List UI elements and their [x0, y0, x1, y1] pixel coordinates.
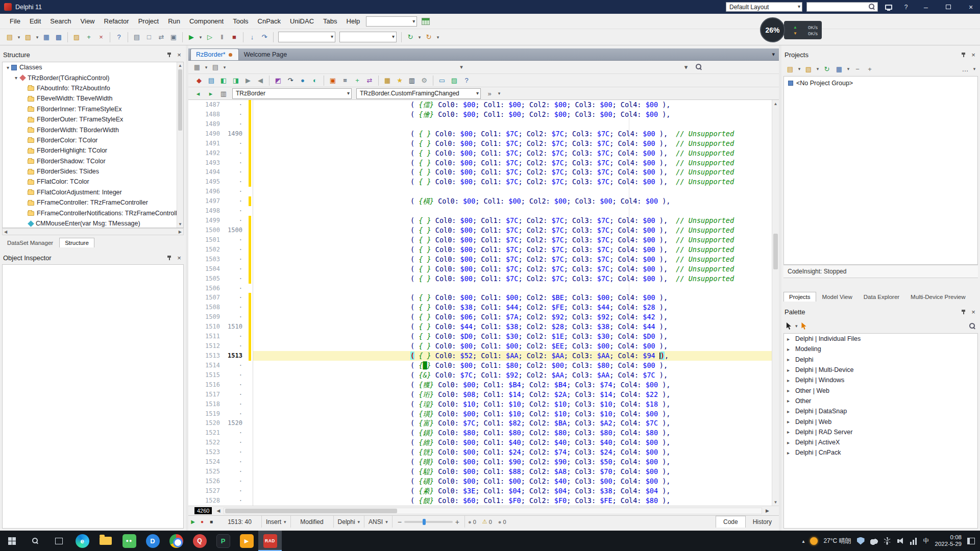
code-swap-icon[interactable]: ⇄ [364, 75, 375, 86]
pin-icon[interactable] [166, 52, 173, 58]
structure-node[interactable]: FBevelWidth: TBevelWidth [3, 93, 183, 104]
cnpack-main-icon[interactable]: ◆ [193, 75, 205, 86]
tab-multi-device-preview[interactable]: Multi-Device Preview [905, 292, 970, 302]
tab-data-explorer[interactable]: Data Explorer [859, 292, 904, 302]
code-line-1496[interactable]: 1496· [188, 187, 772, 196]
palette-category-other[interactable]: ▸Other [784, 396, 977, 406]
code-line-1493[interactable]: 1493·( { } Col0: $00; Col1: $7C; Col2: $… [188, 158, 772, 168]
code-line-1521[interactable]: 1521·( {鐄} Col0: $80; Col1: $80; Col2: $… [188, 428, 772, 438]
pin-icon[interactable] [961, 52, 967, 58]
chevron-down-icon[interactable]: ▾ [795, 323, 798, 329]
task-view-button[interactable] [47, 531, 70, 551]
code-line-1510[interactable]: 15101510( { } Col0: $44; Col1: $38; Col2… [188, 322, 772, 332]
menu-unidac[interactable]: UniDAC [285, 15, 318, 28]
code-line-1498[interactable]: 1498· [188, 206, 772, 216]
step-over-icon[interactable]: ↷ [259, 32, 270, 43]
code-line-1525[interactable]: 1525·( {騜} Col0: $00; Col1: $88; Col2: $… [188, 467, 772, 477]
insert-mode-selector[interactable]: Insert▾ [262, 516, 291, 528]
menu-search[interactable]: Search [45, 15, 76, 28]
maximize-button[interactable] [939, 0, 958, 14]
unit-jump-icon[interactable]: ▣ [327, 75, 338, 86]
secondary-pointer-icon[interactable] [801, 322, 807, 330]
new-project-icon[interactable]: ▤ [785, 63, 796, 74]
menubar-search-combo[interactable] [366, 16, 417, 27]
browse-forward-icon[interactable]: ▸ [205, 88, 216, 99]
layout-combo[interactable]: Default Layout [726, 2, 802, 12]
close-icon[interactable]: × [176, 254, 183, 262]
code-line-1487[interactable]: 1487·( {儅} Col0: $00; Col1: $00; Col2: $… [188, 100, 772, 110]
struct-view-icon[interactable]: ▨ [449, 75, 460, 86]
build-icon[interactable]: ↻ [423, 32, 434, 43]
expand-arrow-icon[interactable]: ▾ [13, 75, 19, 81]
structure-node[interactable]: FBorderShadow: TColor [3, 156, 183, 166]
structure-node[interactable]: FFlatColorAdjustment: Integer [3, 187, 183, 197]
view-form-icon[interactable]: □ [143, 32, 155, 43]
close-icon[interactable]: × [176, 51, 183, 59]
uses-organize-arrow-icon[interactable]: ▾ [222, 62, 227, 73]
palette-category-delphi-individual-files[interactable]: ▸Delphi | Individual Files [784, 334, 977, 344]
palette-category-delphi-rad-server[interactable]: ▸Delphi | RAD Server [784, 427, 977, 437]
structure-node[interactable]: FFrameControllerNotifications: TRzFrameC… [3, 208, 183, 218]
code-line-1508[interactable]: 1508·( { } Col0: $38; Col1: $44; Col2: $… [188, 303, 772, 312]
close-button[interactable]: × [962, 0, 980, 14]
palette-category-delphi-datasnap[interactable]: ▸Delphi | DataSnap [784, 406, 977, 416]
compile-icon[interactable]: ↻ [405, 32, 416, 43]
code-line-1503[interactable]: 1503·( { } Col0: $00; Col1: $7C; Col2: $… [188, 255, 772, 264]
palette-category-other-web[interactable]: ▸Other | Web [784, 385, 977, 395]
structure-node[interactable]: FBorderHighlight: TColor [3, 145, 183, 156]
code-line-1512[interactable]: 1512·( { } Col0: $00; Col1: $00; Col2: $… [188, 341, 772, 351]
zoom-out-button[interactable]: − [398, 518, 402, 526]
palette-category-modeling[interactable]: ▸Modeling [784, 344, 977, 354]
help-cnpack-icon[interactable]: ? [461, 75, 472, 86]
build-configuration-combo[interactable] [339, 32, 397, 42]
structure-node[interactable]: ▾TRzBorder(TGraphicControl) [3, 72, 183, 83]
palette-category-delphi-web[interactable]: ▸Delphi | Web [784, 416, 977, 427]
menu-component[interactable]: Component [185, 15, 228, 28]
open-project-icon[interactable]: ▨ [71, 32, 82, 43]
tab-list-chevron-icon[interactable]: ▾ [772, 51, 775, 58]
editor-horizontal-scrollbar[interactable]: 4260 ◀ ▶ [188, 506, 779, 515]
structure-node[interactable]: FFrameController: TRzFrameController [3, 197, 183, 208]
code-line-1488[interactable]: 1488·( {儈} Col0: $00; Col1: $00; Col2: $… [188, 110, 772, 119]
procedure-list-icon[interactable]: ≡ [339, 75, 351, 86]
cloud-tray-icon[interactable] [870, 537, 878, 545]
compile-arrow-icon[interactable]: ▾ [417, 32, 422, 43]
menu-run[interactable]: Run [163, 15, 185, 28]
pause-icon[interactable]: ‖ [216, 32, 228, 43]
taskbar-app-chrome[interactable] [164, 531, 188, 551]
menu-tools[interactable]: Tools [228, 15, 253, 28]
record-icon[interactable]: ● [198, 519, 207, 524]
build-arrow-icon[interactable]: ▾ [435, 32, 440, 43]
expand-all-icon[interactable]: + [864, 63, 875, 74]
project-group-node[interactable]: <No Project Group> [784, 77, 977, 90]
close-icon[interactable]: × [970, 308, 977, 316]
method-list-icon[interactable]: ▥ [218, 88, 229, 99]
code-line-1528[interactable]: 1528·( {饃} Col0: $60; Col1: $F0; Col2: $… [188, 496, 772, 506]
code-line-1489[interactable]: 1489· [188, 119, 772, 129]
tab-projects[interactable]: Projects [783, 292, 816, 302]
stop-macro-icon[interactable]: ■ [207, 519, 216, 524]
code-line-1511[interactable]: 1511·( { } Col0: $D0; Col1: $30; Col2: $… [188, 332, 772, 341]
pin-icon[interactable] [961, 309, 967, 315]
scroll-right-icon[interactable]: ▶ [763, 508, 772, 513]
method-selector-combo[interactable]: TRzBorder.CustomFramingChanged [356, 88, 481, 99]
scroll-down-icon[interactable]: ▼ [772, 498, 779, 506]
network-speed-widget[interactable]: ▲0K/s ▼0K/s [784, 21, 822, 39]
remove-from-project-icon[interactable]: × [95, 32, 107, 43]
new-items-arrow-icon[interactable]: ▾ [16, 32, 21, 43]
menu-help[interactable]: Help [342, 15, 365, 28]
record-macro-icon[interactable]: ▶ [188, 519, 198, 524]
palette-category-delphi-cnpack[interactable]: ▸Delphi | CnPack [784, 447, 977, 458]
code-line-1518[interactable]: 1518·( {瑝} Col0: $10; Col1: $10; Col2: $… [188, 399, 772, 409]
taskbar-app-qq[interactable]: Q [188, 531, 211, 551]
help-icon[interactable]: ? [113, 32, 125, 43]
uses-cleaner-icon[interactable]: + [352, 75, 363, 86]
backup-icon[interactable]: ▦ [382, 75, 393, 86]
notification-center-icon[interactable] [967, 538, 975, 544]
new-items-icon[interactable]: ▤ [4, 32, 15, 43]
tab-model-view[interactable]: Model View [817, 292, 857, 302]
code-line-1515[interactable]: 1515·( {&} Col0: $7C; Col1: $92; Col2: $… [188, 370, 772, 380]
taskbar-app-rad-studio[interactable]: RAD [258, 531, 282, 551]
code-line-1495[interactable]: 1495·( { } Col0: $00; Col1: $7C; Col2: $… [188, 177, 772, 187]
code-line-1507[interactable]: 1507·( { } Col0: $00; Col1: $00; Col2: $… [188, 293, 772, 303]
